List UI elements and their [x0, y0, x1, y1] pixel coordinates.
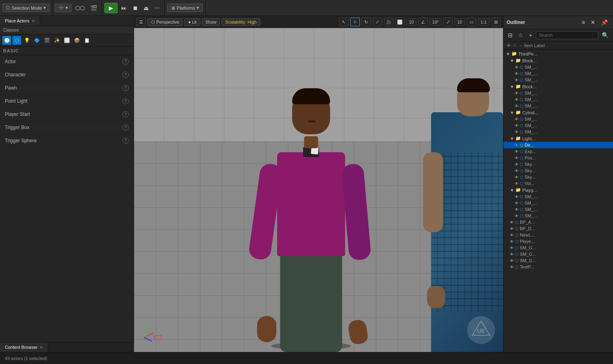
visibility-icon[interactable]: 👁 — [515, 195, 519, 199]
help-icon-trigger-sphere[interactable]: ? — [122, 137, 129, 144]
geometry-icon[interactable]: ⬜ — [62, 36, 71, 45]
outliner-pin-button[interactable]: 📌 — [599, 18, 610, 27]
tree-item-bpa[interactable]: 👁 ⬡ BP_A... — [503, 219, 613, 225]
visibility-icon[interactable]: 👁 — [515, 149, 519, 154]
visibility-icon[interactable]: 👁 — [515, 78, 519, 82]
tree-item-sm7[interactable]: 👁 ⬡ SM_... — [503, 116, 613, 122]
all-classes-icon[interactable]: 📋 — [82, 36, 91, 45]
add-button[interactable]: ➕ ▾ — [55, 4, 72, 12]
class-item-trigger-box[interactable]: Trigger Box ? — [0, 121, 134, 134]
basic-icon[interactable]: ⬡ — [12, 36, 21, 45]
selection-mode-button[interactable]: ⬡ Selection Mode ▾ — [2, 4, 50, 12]
visibility-icon[interactable]: 👁 — [515, 169, 519, 173]
visibility-icon[interactable]: 👁 — [515, 117, 519, 121]
visibility-icon[interactable]: 👁 — [510, 265, 514, 269]
visibility-icon[interactable]: 👁 — [510, 233, 514, 237]
visibility-icon[interactable]: 👁 — [510, 252, 514, 257]
folder-playg[interactable]: ▼ 📁 Playg... — [503, 187, 613, 193]
visibility-icon[interactable]: 👁 — [510, 239, 514, 244]
visual-effects-icon[interactable]: ✨ — [52, 36, 61, 45]
class-item-trigger-sphere[interactable]: Trigger Sphere ? — [0, 134, 134, 147]
tree-item-sm8[interactable]: 👁 ⬡ SM_... — [503, 122, 613, 129]
class-item-actor[interactable]: Actor ? — [0, 55, 134, 68]
tree-item-dir[interactable]: 👁 ⬡ Dir... — [503, 142, 613, 148]
next-button[interactable]: ⏭ — [119, 4, 129, 12]
lit-button[interactable]: ● Lit — [184, 18, 200, 26]
tree-item-sm12[interactable]: 👁 ⬡ SM_... — [503, 206, 613, 213]
visibility-icon[interactable]: 👁 — [515, 156, 519, 160]
folder-thirdpe[interactable]: ▼ 📁 ThirdPe... — [503, 50, 613, 57]
visibility-icon[interactable]: 👁 — [515, 207, 519, 212]
help-icon-actor[interactable]: ? — [122, 58, 129, 65]
visibility-icon[interactable]: 👁 — [515, 97, 519, 102]
visibility-icon[interactable]: 👁 — [515, 72, 519, 76]
camera-speed-icon[interactable]: 🎥 — [384, 18, 393, 26]
tree-item-sm1[interactable]: 👁 ⬡ SM_... — [503, 64, 613, 70]
more-button[interactable]: ⋯ — [152, 4, 162, 12]
visibility-icon[interactable]: 👁 — [515, 181, 519, 186]
recently-placed-icon[interactable]: 🕐 — [2, 36, 11, 45]
help-icon-trigger-box[interactable]: ? — [122, 124, 129, 131]
play-button[interactable]: ▶ — [104, 3, 118, 13]
folder-light[interactable]: ▼ 📁 Light... — [503, 135, 613, 142]
blueprint-button[interactable]: ⬡⬡ — [73, 4, 87, 12]
visibility-icon[interactable]: 👁 — [510, 259, 514, 263]
tree-item-vol[interactable]: 👁 ⬡ Vol... — [503, 180, 613, 187]
help-icon-pawn[interactable]: ? — [122, 85, 129, 91]
help-icon-character[interactable]: ? — [122, 72, 129, 78]
viewport-options-button[interactable]: ☰ — [136, 18, 146, 26]
visibility-icon[interactable]: 👁 — [515, 130, 519, 134]
visibility-icon[interactable]: 👁 — [510, 227, 514, 231]
help-icon-point-light[interactable]: ? — [122, 98, 129, 104]
outliner-close-button[interactable]: ✕ — [589, 18, 597, 27]
ratio-icon[interactable]: ▭ — [467, 18, 476, 26]
grid-toggle-icon[interactable]: ⊞ — [491, 18, 501, 26]
folder-block1[interactable]: ▼ 📁 Block... — [503, 57, 613, 64]
class-item-player-start[interactable]: Player Start ? — [0, 108, 134, 121]
tree-item-sm3[interactable]: 👁 ⬡ SM_... — [503, 77, 613, 83]
tree-item-sky2[interactable]: 👁 ⬡ Sky... — [503, 167, 613, 174]
tree-item-sm4[interactable]: 👁 ⬡ SM_... — [503, 90, 613, 96]
volumes-icon[interactable]: 📦 — [72, 36, 81, 45]
tree-item-sm11[interactable]: 👁 ⬡ SM_... — [503, 200, 613, 206]
help-icon-player-start[interactable]: ? — [122, 111, 129, 117]
class-item-point-light[interactable]: Point Light ? — [0, 95, 134, 108]
visibility-icon[interactable]: 👁 — [510, 246, 514, 250]
tree-item-sm13[interactable]: 👁 ⬡ SM_... — [503, 213, 613, 219]
tree-item-playe[interactable]: 👁 ⬡ Playe... — [503, 238, 613, 245]
class-item-pawn[interactable]: Pawn ? — [0, 82, 134, 95]
search-input[interactable] — [536, 31, 598, 39]
tree-item-textp[interactable]: 👁 ⬡ TextP... — [503, 264, 613, 270]
tree-item-sm9[interactable]: 👁 ⬡ SM_... — [503, 129, 613, 135]
scale-icon[interactable]: ⤢ — [373, 18, 382, 26]
angle-icon[interactable]: ∠ — [418, 18, 428, 26]
viewport[interactable]: ☰ ⬡ Perspective ● Lit Show Scalability: … — [134, 16, 503, 352]
perspective-button[interactable]: ⬡ Perspective — [148, 18, 183, 26]
visibility-icon[interactable]: 👁 — [515, 201, 519, 205]
visibility-icon[interactable]: 👁 — [515, 123, 519, 128]
eject-button[interactable]: ⏏ — [142, 4, 151, 12]
visibility-icon[interactable]: 👁 — [515, 91, 519, 95]
translate-icon[interactable]: ✛ — [350, 18, 360, 26]
tree-item-sky1[interactable]: 👁 ⬡ Sky... — [503, 161, 613, 167]
visibility-icon[interactable]: 👁 — [515, 175, 519, 179]
tree-item-smg1[interactable]: 👁 ⬡ SM_G... — [503, 245, 613, 251]
cinematics-button[interactable]: 🎬 — [88, 4, 99, 12]
select-mode-icon[interactable]: ↖ — [339, 18, 349, 26]
outliner-filter-icon[interactable]: ⊟ — [506, 31, 515, 40]
shapes-icon[interactable]: 🔷 — [32, 36, 41, 45]
tree-item-pos[interactable]: 👁 ⬡ Pos... — [503, 155, 613, 161]
visibility-icon[interactable]: 👁 — [515, 104, 519, 108]
cinematic-icon[interactable]: 🎬 — [42, 36, 51, 45]
tree-item-smg2[interactable]: 👁 ⬡ SM_G... — [503, 251, 613, 257]
outliner-sort-icon[interactable]: ☆ — [516, 31, 525, 40]
folder-block2[interactable]: ▼ 📁 Block... — [503, 83, 613, 90]
tab-place-actors[interactable]: Place Actors ✕ — [0, 16, 40, 26]
content-browser-close-icon[interactable]: ✕ — [40, 345, 43, 350]
platforms-button[interactable]: 🖥 Platforms ▾ — [167, 4, 203, 12]
visibility-icon[interactable]: 👁 — [515, 65, 519, 70]
tab-close-icon[interactable]: ✕ — [32, 19, 35, 23]
tree-item-smg3[interactable]: 👁 ⬡ SM_G... — [503, 257, 613, 264]
tree-item-sky3[interactable]: 👁 ⬡ Sky... — [503, 174, 613, 180]
search-icon[interactable]: 🔍 — [600, 31, 611, 40]
